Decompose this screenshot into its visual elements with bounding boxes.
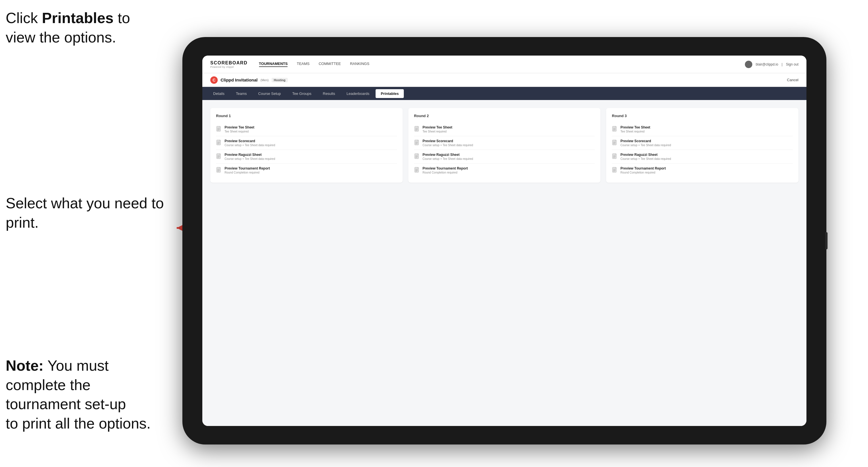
print-item-text-1-4: Preview Tournament ReportRound Completio…	[224, 166, 270, 174]
print-item-title-3-4: Preview Tournament Report	[620, 166, 666, 170]
nav-teams[interactable]: TEAMS	[297, 62, 309, 67]
print-item-text-3-1: Preview Tee SheetTee Sheet required	[620, 125, 650, 133]
print-item-text-1-3: Preview Raguzzi SheetCourse setup + Tee …	[224, 153, 275, 160]
print-item-sub-3-1: Tee Sheet required	[620, 130, 650, 133]
print-item-text-3-3: Preview Raguzzi SheetCourse setup + Tee …	[620, 153, 671, 160]
separator: |	[782, 62, 782, 66]
sign-out-link[interactable]: Sign out	[786, 62, 799, 66]
print-item-title-3-3: Preview Raguzzi Sheet	[620, 153, 671, 157]
svg-rect-50	[615, 140, 616, 141]
bottom-annotation: Note: You mustcomplete thetournament set…	[6, 356, 182, 433]
print-item-1-1[interactable]: Preview Tee SheetTee Sheet required	[216, 123, 397, 136]
tablet-device: SCOREBOARD Powered by clippd TOURNAMENTS…	[182, 37, 827, 444]
rounds-grid: Round 1 Preview Tee SheetTee Sheet requi…	[210, 108, 799, 183]
tab-tee-groups[interactable]: Tee Groups	[287, 89, 317, 98]
tab-printables[interactable]: Printables	[376, 89, 404, 98]
print-item-text-2-3: Preview Raguzzi SheetCourse setup + Tee …	[423, 153, 473, 160]
annotation-text-middle: Select what you need to print.	[6, 195, 164, 231]
print-item-sub-1-3: Course setup + Tee Sheet data required	[224, 157, 275, 160]
tab-teams[interactable]: Teams	[231, 89, 252, 98]
print-item-1-4[interactable]: Preview Tournament ReportRound Completio…	[216, 163, 397, 177]
round-3-section: Round 3 Preview Tee SheetTee Sheet requi…	[606, 108, 799, 183]
print-item-1-3[interactable]: Preview Raguzzi SheetCourse setup + Tee …	[216, 150, 397, 163]
print-item-2-4[interactable]: Preview Tournament ReportRound Completio…	[414, 163, 595, 177]
document-icon	[216, 126, 222, 133]
tab-results[interactable]: Results	[318, 89, 340, 98]
print-item-title-2-1: Preview Tee Sheet	[423, 125, 453, 129]
nav-committee[interactable]: COMMITTEE	[318, 62, 341, 67]
svg-rect-45	[615, 126, 616, 127]
top-nav: SCOREBOARD Powered by clippd TOURNAMENTS…	[202, 56, 806, 73]
print-item-sub-2-1: Tee Sheet required	[423, 130, 453, 133]
print-item-sub-3-4: Round Completion required	[620, 171, 666, 174]
user-email: blair@clippd.io	[756, 62, 778, 66]
svg-rect-55	[615, 154, 616, 155]
top-nav-right: blair@clippd.io | Sign out	[745, 61, 799, 68]
tablet-side-button	[825, 232, 828, 249]
tab-course-setup[interactable]: Course Setup	[253, 89, 286, 98]
logo-title: SCOREBOARD	[210, 60, 248, 65]
tournament-info: C Clippd Invitational (Men) Hosting	[210, 76, 288, 84]
print-item-sub-2-2: Course setup + Tee Sheet data required	[423, 144, 473, 147]
print-item-sub-2-4: Round Completion required	[423, 171, 468, 174]
bold-printables: Printables	[42, 10, 114, 26]
hosting-badge: Hosting	[272, 78, 288, 82]
user-avatar	[745, 61, 752, 68]
document-icon	[612, 126, 618, 133]
print-item-sub-2-3: Course setup + Tee Sheet data required	[423, 157, 473, 160]
print-item-text-3-4: Preview Tournament ReportRound Completio…	[620, 166, 666, 174]
logo-sub: Powered by clippd	[210, 65, 248, 68]
print-item-title-3-2: Preview Scorecard	[620, 139, 671, 143]
print-item-title-1-4: Preview Tournament Report	[224, 166, 270, 170]
print-item-text-2-4: Preview Tournament ReportRound Completio…	[423, 166, 468, 174]
scoreboard-logo: SCOREBOARD Powered by clippd	[210, 60, 248, 68]
print-item-3-3[interactable]: Preview Raguzzi SheetCourse setup + Tee …	[612, 150, 793, 163]
top-nav-links: TOURNAMENTS TEAMS COMMITTEE RANKINGS	[259, 62, 745, 67]
print-item-sub-3-3: Course setup + Tee Sheet data required	[620, 157, 671, 160]
print-item-text-1-1: Preview Tee SheetTee Sheet required	[224, 125, 254, 133]
svg-rect-10	[219, 140, 221, 141]
main-content: Round 1 Preview Tee SheetTee Sheet requi…	[202, 100, 806, 426]
tab-leaderboards[interactable]: Leaderboards	[341, 89, 374, 98]
svg-rect-60	[615, 167, 616, 168]
nav-tournaments[interactable]: TOURNAMENTS	[259, 62, 288, 67]
round-2-section: Round 2 Preview Tee SheetTee Sheet requi…	[408, 108, 601, 183]
print-item-title-1-3: Preview Raguzzi Sheet	[224, 153, 275, 157]
print-item-title-3-1: Preview Tee Sheet	[620, 125, 650, 129]
document-icon	[414, 153, 420, 160]
document-icon	[612, 139, 618, 147]
print-item-2-1[interactable]: Preview Tee SheetTee Sheet required	[414, 123, 595, 136]
document-icon	[414, 167, 420, 174]
print-item-text-3-2: Preview ScorecardCourse setup + Tee Shee…	[620, 139, 671, 147]
print-item-title-1-2: Preview Scorecard	[224, 139, 275, 143]
tab-details[interactable]: Details	[208, 89, 230, 98]
nav-rankings[interactable]: RANKINGS	[350, 62, 369, 67]
svg-rect-25	[417, 126, 418, 127]
round-3-title: Round 3	[612, 114, 793, 118]
print-item-title-2-2: Preview Scorecard	[423, 139, 473, 143]
print-item-1-2[interactable]: Preview ScorecardCourse setup + Tee Shee…	[216, 136, 397, 150]
print-item-2-2[interactable]: Preview ScorecardCourse setup + Tee Shee…	[414, 136, 595, 150]
svg-rect-40	[417, 167, 418, 168]
print-item-3-1[interactable]: Preview Tee SheetTee Sheet required	[612, 123, 793, 136]
tournament-badge: (Men)	[260, 79, 269, 82]
document-icon	[216, 167, 222, 174]
cancel-button[interactable]: Cancel	[787, 78, 799, 82]
annotation-bold-note: Note:	[6, 357, 43, 374]
document-icon	[414, 126, 420, 133]
tablet-screen: SCOREBOARD Powered by clippd TOURNAMENTS…	[202, 56, 806, 426]
print-item-sub-3-2: Course setup + Tee Sheet data required	[620, 144, 671, 147]
svg-rect-20	[219, 167, 221, 168]
print-item-2-3[interactable]: Preview Raguzzi SheetCourse setup + Tee …	[414, 150, 595, 163]
document-icon	[612, 153, 618, 160]
tournament-name: Clippd Invitational	[221, 77, 258, 82]
print-item-3-4[interactable]: Preview Tournament ReportRound Completio…	[612, 163, 793, 177]
round-2-title: Round 2	[414, 114, 595, 118]
print-item-title-2-3: Preview Raguzzi Sheet	[423, 153, 473, 157]
svg-rect-30	[417, 140, 418, 141]
print-item-sub-1-2: Course setup + Tee Sheet data required	[224, 144, 275, 147]
print-item-sub-1-4: Round Completion required	[224, 171, 270, 174]
svg-rect-35	[417, 154, 418, 155]
print-item-3-2[interactable]: Preview ScorecardCourse setup + Tee Shee…	[612, 136, 793, 150]
print-item-title-2-4: Preview Tournament Report	[423, 166, 468, 170]
